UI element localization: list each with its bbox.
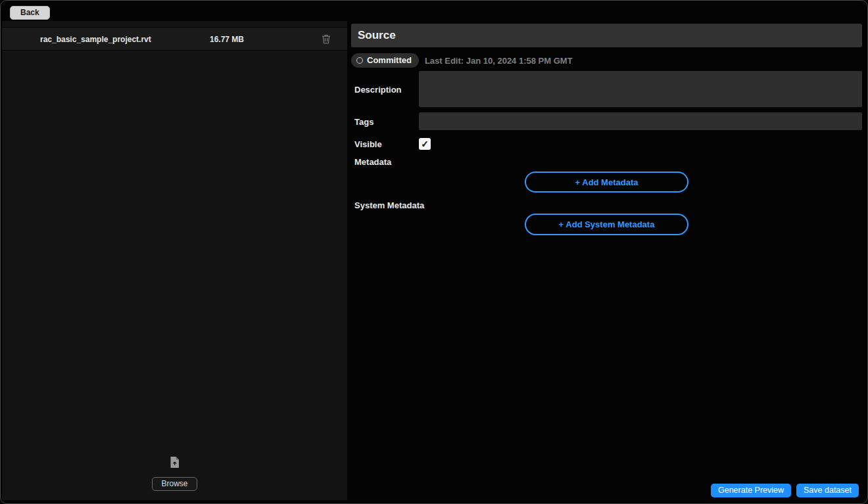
tags-label: Tags (354, 117, 374, 127)
save-dataset-button[interactable]: Save dataset (796, 484, 859, 497)
status-badge: Committed (351, 53, 419, 68)
add-metadata-button[interactable]: + Add Metadata (525, 172, 688, 193)
add-system-metadata-button[interactable]: + Add System Metadata (525, 214, 688, 235)
file-name: rac_basic_sample_project.rvt (40, 35, 151, 44)
status-badge-label: Committed (367, 55, 412, 65)
description-textarea[interactable] (419, 71, 862, 107)
source-panel-header: Source (351, 24, 862, 47)
last-edit-text: Last Edit: Jan 10, 2024 1:58 PM GMT (425, 56, 573, 66)
browse-button[interactable]: Browse (152, 477, 197, 491)
status-circle-icon (356, 57, 363, 64)
upload-area: Browse (2, 456, 347, 491)
description-label: Description (354, 85, 402, 95)
tags-input[interactable] (419, 112, 862, 130)
file-upload-icon (169, 456, 180, 471)
app-window: Back rac_basic_sample_project.rvt 16.77 … (0, 0, 868, 504)
delete-file-button[interactable] (321, 34, 331, 45)
footer-actions: Generate Preview Save dataset (711, 484, 859, 497)
check-icon: ✓ (421, 139, 429, 149)
back-button[interactable]: Back (10, 6, 50, 20)
visible-label: Visible (354, 139, 382, 149)
system-metadata-label: System Metadata (354, 200, 424, 210)
metadata-label: Metadata (354, 157, 391, 167)
file-row[interactable]: rac_basic_sample_project.rvt 16.77 MB (2, 27, 347, 51)
file-size: 16.77 MB (210, 35, 244, 44)
source-title: Source (358, 29, 396, 42)
visible-checkbox[interactable]: ✓ (419, 138, 431, 150)
status-row: Committed Last Edit: Jan 10, 2024 1:58 P… (351, 53, 573, 68)
generate-preview-button[interactable]: Generate Preview (711, 484, 791, 497)
trash-icon (322, 36, 331, 46)
file-list-panel: rac_basic_sample_project.rvt 16.77 MB Br… (2, 21, 347, 500)
